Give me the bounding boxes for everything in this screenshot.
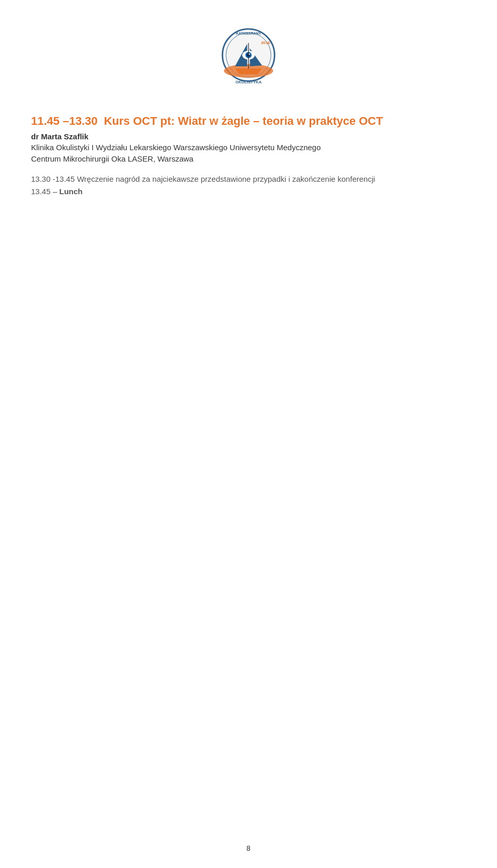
content-area: 11.45 –13.30 Kurs OCT pt: Wiatr w żagle … [31,109,466,196]
conference-logo: KATAMARANY 2016 OKULISTYKA [202,26,295,93]
session-title-text: Kurs OCT pt: Wiatr w żagle – teoria w pr… [104,114,383,127]
svg-text:KATAMARANY: KATAMARANY [236,32,261,35]
presenter-name: dr Marta Szaflik [31,132,466,141]
award-description: Wręczenie nagród za najciekawsze przedst… [77,175,375,183]
award-block: 13.30 -13.45 Wręczenie nagród za najciek… [31,175,466,184]
svg-point-10 [248,53,250,55]
page-number: 8 [246,844,251,852]
lunch-block: 13.45 – Lunch [31,187,466,196]
session-block: 11.45 –13.30 Kurs OCT pt: Wiatr w żagle … [31,114,466,165]
logo-container: KATAMARANY 2016 OKULISTYKA [31,26,466,93]
svg-text:2016: 2016 [261,40,270,45]
session-time: 11.45 –13.30 [31,114,97,127]
lunch-time: 13.45 [31,187,51,196]
presenter-affiliation-line1: Klinika Okulistyki I Wydziału Lekarskieg… [31,142,466,154]
lunch-dash: – [53,187,60,196]
session-title: 11.45 –13.30 Kurs OCT pt: Wiatr w żagle … [31,114,466,129]
presenter-affiliation-line2: Centrum Mikrochirurgii Oka LASER, Warsza… [31,153,466,165]
svg-text:OKULISTYKA: OKULISTYKA [236,80,262,84]
page: KATAMARANY 2016 OKULISTYKA 11.45 –13.30 … [0,0,497,868]
svg-marker-4 [235,68,262,74]
award-time: 13.30 -13.45 [31,175,75,183]
lunch-label: Lunch [60,187,83,196]
